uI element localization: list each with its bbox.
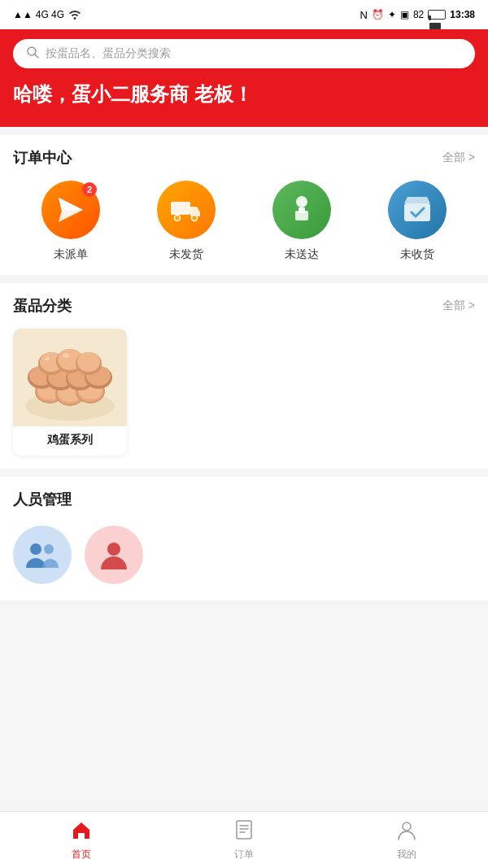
alarm-icon: ⏰ (372, 9, 384, 20)
svg-point-40 (107, 543, 120, 556)
order-label-weifah: 未发货 (169, 247, 203, 262)
category-name-eggs: 鸡蛋系列 (13, 426, 127, 447)
svg-rect-10 (404, 203, 430, 221)
nav-orders-label: 订单 (234, 848, 254, 861)
home-icon (70, 818, 93, 844)
order-item-weishou[interactable]: 未收货 (385, 181, 450, 262)
time-display: 13:38 (450, 9, 475, 20)
signal-icon: ▲▲ (13, 9, 33, 20)
nfc-icon: N (360, 9, 368, 21)
order-label-weisong: 未送达 (285, 247, 319, 262)
badge-weipai: 2 (82, 182, 97, 197)
status-bar: ▲▲ 4G 4G N ⏰ ✦ ▣ 82 13:38 (0, 0, 488, 29)
category-image-eggs (13, 329, 127, 426)
order-section-title: 订单中心 (13, 148, 72, 168)
category-section: 蛋品分类 全部 > (0, 283, 488, 469)
profile-icon (395, 818, 418, 844)
staff-section: 人员管理 (0, 477, 488, 600)
header-area: 按蛋品名、蛋品分类搜索 哈喽，蛋小二服务商 老板！ (0, 29, 488, 127)
order-label-weipai: 未派单 (54, 247, 88, 262)
network-label: 4G 4G (36, 9, 64, 20)
staff-person-button[interactable] (85, 526, 143, 584)
order-circle-weipai: 2 (41, 181, 100, 239)
order-circle-weishou (388, 181, 447, 239)
svg-rect-41 (237, 821, 251, 839)
staff-group-button[interactable] (13, 526, 72, 584)
svg-rect-9 (298, 207, 305, 213)
category-section-header: 蛋品分类 全部 > (13, 296, 475, 316)
bottom-nav: 首页 订单 我的 (0, 811, 488, 868)
svg-line-1 (35, 55, 38, 58)
svg-point-37 (45, 357, 50, 361)
main-content: 订单中心 全部 > 2 未派单 (0, 135, 488, 674)
status-right: N ⏰ ✦ ▣ 82 13:38 (360, 9, 475, 21)
svg-point-7 (296, 196, 307, 207)
order-item-weipai[interactable]: 2 未派单 (38, 181, 103, 262)
svg-marker-3 (59, 198, 83, 211)
battery-label: 82 (413, 9, 424, 20)
order-section-more[interactable]: 全部 > (442, 150, 475, 165)
svg-point-39 (44, 544, 54, 554)
nav-home[interactable]: 首页 (0, 818, 163, 861)
greeting-text: 哈喽，蛋小二服务商 老板！ (13, 81, 475, 111)
orders-icon (233, 818, 255, 844)
people-row (13, 522, 475, 587)
battery-icon (428, 10, 446, 20)
category-grid: 鸡蛋系列 (13, 329, 475, 456)
order-circle-weisong (272, 181, 331, 239)
svg-point-5 (175, 216, 181, 221)
order-circle-weifah (157, 181, 216, 239)
staff-section-title: 人员管理 (13, 490, 72, 509)
order-icons-row: 2 未派单 (13, 181, 475, 262)
svg-point-45 (403, 822, 411, 831)
order-section-header: 订单中心 全部 > (13, 148, 475, 168)
svg-point-35 (77, 352, 100, 372)
order-label-weishou: 未收货 (400, 247, 434, 262)
screen-icon: ▣ (400, 9, 409, 20)
staff-section-header: 人员管理 (13, 490, 475, 509)
search-bar[interactable]: 按蛋品名、蛋品分类搜索 (13, 39, 475, 68)
order-item-weisong[interactable]: 未送达 (269, 181, 334, 262)
nav-orders[interactable]: 订单 (163, 818, 325, 861)
nav-home-label: 首页 (72, 848, 91, 861)
search-placeholder: 按蛋品名、蛋品分类搜索 (46, 46, 171, 61)
wifi-icon (68, 8, 82, 22)
nav-profile[interactable]: 我的 (325, 818, 488, 861)
order-section: 订单中心 全部 > 2 未派单 (0, 135, 488, 275)
status-left: ▲▲ 4G 4G (13, 8, 82, 22)
svg-point-6 (192, 216, 198, 221)
nav-profile-label: 我的 (397, 848, 416, 861)
order-item-weifah[interactable]: 未发货 (154, 181, 219, 262)
search-icon (26, 46, 39, 62)
category-section-title: 蛋品分类 (13, 296, 72, 316)
category-section-more[interactable]: 全部 > (442, 299, 475, 313)
svg-rect-4 (171, 202, 190, 215)
bluetooth-icon: ✦ (388, 9, 396, 20)
category-item-eggs[interactable]: 鸡蛋系列 (13, 329, 127, 456)
svg-point-38 (30, 543, 41, 555)
svg-point-36 (63, 353, 69, 358)
